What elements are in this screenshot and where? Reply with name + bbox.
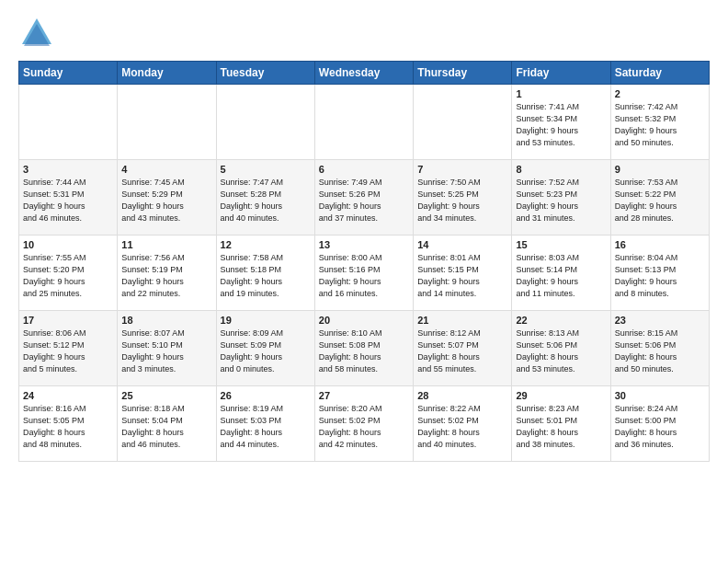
day-info: Sunrise: 7:41 AM Sunset: 5:34 PM Dayligh…	[516, 101, 606, 149]
day-info: Sunrise: 8:07 AM Sunset: 5:10 PM Dayligh…	[121, 327, 211, 375]
calendar-day-cell: 9Sunrise: 7:53 AM Sunset: 5:22 PM Daylig…	[610, 160, 709, 236]
weekday-header: Friday	[512, 62, 610, 85]
calendar-day-cell: 15Sunrise: 8:03 AM Sunset: 5:14 PM Dayli…	[512, 236, 610, 311]
calendar-day-cell: 11Sunrise: 7:56 AM Sunset: 5:19 PM Dayli…	[118, 236, 216, 311]
day-info: Sunrise: 7:58 AM Sunset: 5:18 PM Dayligh…	[221, 252, 311, 300]
calendar-day-cell: 6Sunrise: 7:49 AM Sunset: 5:26 PM Daylig…	[314, 160, 413, 236]
calendar-day-cell: 22Sunrise: 8:13 AM Sunset: 5:06 PM Dayli…	[512, 311, 610, 386]
day-number: 24	[23, 390, 113, 401]
day-info: Sunrise: 8:04 AM Sunset: 5:13 PM Dayligh…	[615, 252, 705, 300]
day-info: Sunrise: 7:52 AM Sunset: 5:23 PM Dayligh…	[516, 177, 606, 224]
day-info: Sunrise: 7:49 AM Sunset: 5:26 PM Dayligh…	[319, 177, 409, 224]
day-number: 19	[221, 315, 311, 326]
logo	[18, 15, 59, 52]
day-info: Sunrise: 8:19 AM Sunset: 5:03 PM Dayligh…	[221, 403, 311, 451]
day-info: Sunrise: 7:56 AM Sunset: 5:19 PM Dayligh…	[121, 252, 211, 300]
day-number: 22	[516, 315, 606, 326]
weekday-header: Sunday	[19, 62, 118, 85]
calendar-day-cell: 24Sunrise: 8:16 AM Sunset: 5:05 PM Dayli…	[19, 386, 118, 462]
day-info: Sunrise: 8:15 AM Sunset: 5:06 PM Dayligh…	[615, 327, 705, 375]
calendar-day-cell: 20Sunrise: 8:10 AM Sunset: 5:08 PM Dayli…	[314, 311, 413, 386]
calendar-day-cell: 25Sunrise: 8:18 AM Sunset: 5:04 PM Dayli…	[118, 386, 216, 462]
day-info: Sunrise: 8:09 AM Sunset: 5:09 PM Dayligh…	[221, 327, 311, 375]
calendar-week-row: 10Sunrise: 7:55 AM Sunset: 5:20 PM Dayli…	[19, 236, 710, 311]
day-number: 10	[23, 239, 113, 250]
day-number: 23	[615, 315, 705, 326]
day-info: Sunrise: 7:55 AM Sunset: 5:20 PM Dayligh…	[23, 252, 113, 300]
day-number: 26	[221, 390, 311, 401]
day-info: Sunrise: 8:13 AM Sunset: 5:06 PM Dayligh…	[516, 327, 606, 375]
calendar-day-cell: 21Sunrise: 8:12 AM Sunset: 5:07 PM Dayli…	[414, 311, 512, 386]
weekday-header: Thursday	[414, 62, 512, 85]
day-number: 25	[121, 390, 211, 401]
calendar-day-cell: 4Sunrise: 7:45 AM Sunset: 5:29 PM Daylig…	[118, 160, 216, 236]
day-number: 9	[615, 164, 705, 175]
day-number: 12	[221, 239, 311, 250]
calendar-day-cell: 27Sunrise: 8:20 AM Sunset: 5:02 PM Dayli…	[314, 386, 413, 462]
day-info: Sunrise: 8:23 AM Sunset: 5:01 PM Dayligh…	[516, 403, 606, 451]
calendar-day-cell: 29Sunrise: 8:23 AM Sunset: 5:01 PM Dayli…	[512, 386, 610, 462]
calendar-table: SundayMondayTuesdayWednesdayThursdayFrid…	[18, 61, 710, 462]
day-info: Sunrise: 8:01 AM Sunset: 5:15 PM Dayligh…	[417, 252, 507, 300]
calendar-day-cell	[19, 85, 118, 160]
day-info: Sunrise: 7:53 AM Sunset: 5:22 PM Dayligh…	[615, 177, 705, 224]
day-info: Sunrise: 8:06 AM Sunset: 5:12 PM Dayligh…	[23, 327, 113, 375]
calendar-day-cell: 10Sunrise: 7:55 AM Sunset: 5:20 PM Dayli…	[19, 236, 118, 311]
calendar-week-row: 3Sunrise: 7:44 AM Sunset: 5:31 PM Daylig…	[19, 160, 710, 236]
day-number: 5	[221, 164, 311, 175]
day-info: Sunrise: 8:10 AM Sunset: 5:08 PM Dayligh…	[319, 327, 409, 375]
day-info: Sunrise: 7:45 AM Sunset: 5:29 PM Dayligh…	[121, 177, 211, 224]
weekday-header: Monday	[118, 62, 216, 85]
calendar-day-cell: 14Sunrise: 8:01 AM Sunset: 5:15 PM Dayli…	[414, 236, 512, 311]
day-number: 11	[121, 239, 211, 250]
day-number: 4	[121, 164, 211, 175]
day-number: 28	[417, 390, 507, 401]
day-info: Sunrise: 8:18 AM Sunset: 5:04 PM Dayligh…	[121, 403, 211, 451]
calendar-day-cell	[118, 85, 216, 160]
calendar-day-cell: 16Sunrise: 8:04 AM Sunset: 5:13 PM Dayli…	[610, 236, 709, 311]
calendar-day-cell: 19Sunrise: 8:09 AM Sunset: 5:09 PM Dayli…	[216, 311, 314, 386]
day-number: 1	[516, 88, 606, 99]
calendar-day-cell: 26Sunrise: 8:19 AM Sunset: 5:03 PM Dayli…	[216, 386, 314, 462]
day-info: Sunrise: 7:50 AM Sunset: 5:25 PM Dayligh…	[417, 177, 507, 224]
calendar-day-cell	[414, 85, 512, 160]
calendar-day-cell: 3Sunrise: 7:44 AM Sunset: 5:31 PM Daylig…	[19, 160, 118, 236]
day-number: 14	[417, 239, 507, 250]
day-info: Sunrise: 7:42 AM Sunset: 5:32 PM Dayligh…	[615, 101, 705, 149]
calendar-week-row: 17Sunrise: 8:06 AM Sunset: 5:12 PM Dayli…	[19, 311, 710, 386]
day-number: 6	[319, 164, 409, 175]
day-number: 21	[417, 315, 507, 326]
day-number: 30	[615, 390, 705, 401]
day-number: 13	[319, 239, 409, 250]
calendar-day-cell: 28Sunrise: 8:22 AM Sunset: 5:02 PM Dayli…	[414, 386, 512, 462]
logo-icon	[18, 15, 55, 52]
calendar-day-cell: 2Sunrise: 7:42 AM Sunset: 5:32 PM Daylig…	[610, 85, 709, 160]
day-number: 18	[121, 315, 211, 326]
day-number: 27	[319, 390, 409, 401]
calendar-day-cell: 23Sunrise: 8:15 AM Sunset: 5:06 PM Dayli…	[610, 311, 709, 386]
day-number: 29	[516, 390, 606, 401]
day-info: Sunrise: 8:20 AM Sunset: 5:02 PM Dayligh…	[319, 403, 409, 451]
day-number: 3	[23, 164, 113, 175]
day-info: Sunrise: 7:44 AM Sunset: 5:31 PM Dayligh…	[23, 177, 113, 224]
weekday-header: Tuesday	[216, 62, 314, 85]
calendar-day-cell: 17Sunrise: 8:06 AM Sunset: 5:12 PM Dayli…	[19, 311, 118, 386]
weekday-header: Wednesday	[314, 62, 413, 85]
calendar-header-row: SundayMondayTuesdayWednesdayThursdayFrid…	[19, 62, 710, 85]
calendar-day-cell	[314, 85, 413, 160]
calendar-day-cell: 7Sunrise: 7:50 AM Sunset: 5:25 PM Daylig…	[414, 160, 512, 236]
day-info: Sunrise: 8:00 AM Sunset: 5:16 PM Dayligh…	[319, 252, 409, 300]
calendar-day-cell: 8Sunrise: 7:52 AM Sunset: 5:23 PM Daylig…	[512, 160, 610, 236]
day-info: Sunrise: 7:47 AM Sunset: 5:28 PM Dayligh…	[221, 177, 311, 224]
calendar-day-cell: 12Sunrise: 7:58 AM Sunset: 5:18 PM Dayli…	[216, 236, 314, 311]
calendar-week-row: 1Sunrise: 7:41 AM Sunset: 5:34 PM Daylig…	[19, 85, 710, 160]
day-info: Sunrise: 8:03 AM Sunset: 5:14 PM Dayligh…	[516, 252, 606, 300]
calendar-day-cell: 13Sunrise: 8:00 AM Sunset: 5:16 PM Dayli…	[314, 236, 413, 311]
day-info: Sunrise: 8:22 AM Sunset: 5:02 PM Dayligh…	[417, 403, 507, 451]
calendar-day-cell: 18Sunrise: 8:07 AM Sunset: 5:10 PM Dayli…	[118, 311, 216, 386]
day-number: 20	[319, 315, 409, 326]
calendar-week-row: 24Sunrise: 8:16 AM Sunset: 5:05 PM Dayli…	[19, 386, 710, 462]
weekday-header: Saturday	[610, 62, 709, 85]
day-number: 16	[615, 239, 705, 250]
day-number: 8	[516, 164, 606, 175]
